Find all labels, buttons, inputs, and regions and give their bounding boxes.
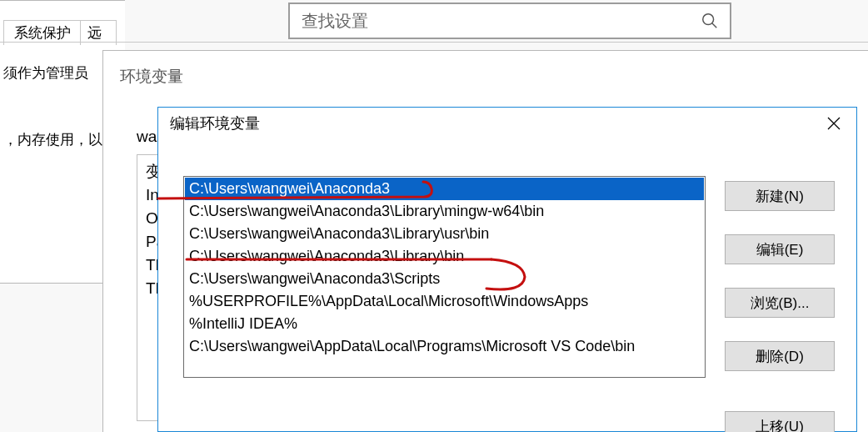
close-icon: [827, 117, 841, 130]
path-entry[interactable]: %IntelliJ IDEA%: [189, 313, 703, 335]
delete-button[interactable]: 删除(D): [725, 341, 835, 371]
new-button[interactable]: 新建(N): [725, 181, 835, 211]
memory-usage-text: ，内存使用，以: [3, 130, 102, 149]
edit-button[interactable]: 编辑(E): [725, 234, 835, 264]
dialog-title: 编辑环境变量: [158, 108, 856, 139]
path-entry[interactable]: C:\Users\wangwei\Anaconda3\Library\mingw…: [189, 200, 703, 223]
edit-environment-variable-dialog: 编辑环境变量 C:\Users\wangwei\Anaconda3 C:\Use…: [157, 107, 857, 432]
settings-search-input[interactable]: [290, 4, 693, 38]
admin-required-text: 须作为管理员: [3, 63, 88, 83]
settings-search-box: [288, 3, 731, 39]
path-entry[interactable]: %USERPROFILE%\AppData\Local\Microsoft\Wi…: [189, 290, 703, 313]
move-up-button[interactable]: 上移(U): [725, 411, 835, 432]
browse-button[interactable]: 浏览(B)...: [725, 288, 835, 318]
svg-point-0: [703, 14, 714, 25]
path-entry[interactable]: C:\Users\wangwei\Anaconda3: [185, 178, 704, 200]
path-entries-list[interactable]: C:\Users\wangwei\Anaconda3 C:\Users\wang…: [183, 176, 706, 378]
path-entry[interactable]: C:\Users\wangwei\Anaconda3\Library\bin: [189, 245, 703, 268]
env-window-title: 环境变量: [120, 66, 183, 88]
search-icon: [693, 4, 726, 38]
path-entry[interactable]: C:\Users\wangwei\Anaconda3\Scripts: [189, 268, 703, 290]
close-button[interactable]: [811, 108, 856, 139]
path-entry[interactable]: C:\Users\wangwei\AppData\Local\Programs\…: [189, 335, 703, 358]
path-entry[interactable]: C:\Users\wangwei\Anaconda3\Library\usr\b…: [189, 223, 703, 245]
svg-line-1: [712, 23, 717, 28]
